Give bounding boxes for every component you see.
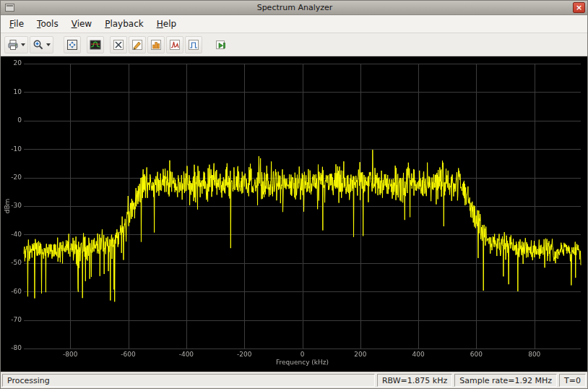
status-processing: Processing bbox=[2, 374, 375, 387]
export-button[interactable] bbox=[4, 36, 28, 54]
zoom-dropdown-caret[interactable] bbox=[46, 43, 51, 46]
spectrum-settings-icon bbox=[90, 39, 101, 51]
step-forward-button[interactable] bbox=[212, 36, 230, 54]
fit-to-view-button[interactable] bbox=[64, 36, 81, 54]
window-icon bbox=[5, 4, 14, 12]
window-title: Spectrum Analyzer bbox=[17, 3, 573, 12]
zoom-button[interactable] bbox=[30, 36, 53, 54]
peak-finder-toggle[interactable] bbox=[129, 36, 146, 54]
menu-file[interactable]: File bbox=[3, 15, 30, 33]
peak-finder-icon bbox=[131, 39, 143, 51]
menu-tools[interactable]: Tools bbox=[30, 15, 65, 33]
status-bar: Processing RBW=1.875 kHz Sample rate=1.9… bbox=[1, 372, 587, 388]
close-button[interactable]: × bbox=[573, 2, 585, 13]
status-time: T=0 bbox=[559, 374, 586, 387]
processing-label: Processing bbox=[7, 376, 50, 385]
export-icon bbox=[7, 39, 19, 51]
spectrum-plot[interactable] bbox=[2, 58, 586, 370]
channel-measurements-icon bbox=[150, 39, 162, 51]
time-label: T=0 bbox=[564, 376, 581, 385]
zoom-in-icon bbox=[33, 39, 44, 51]
menu-bar: File Tools View Playback Help bbox=[1, 15, 587, 33]
spectrum-analyzer-window: Spectrum Analyzer × File Tools View Play… bbox=[0, 0, 588, 389]
plot-area bbox=[1, 56, 587, 372]
spectrum-settings-button[interactable] bbox=[87, 36, 104, 54]
step-forward-icon bbox=[215, 39, 227, 51]
cursor-measurements-toggle[interactable] bbox=[110, 36, 127, 54]
distortion-measurements-toggle[interactable] bbox=[166, 36, 183, 54]
sample-rate-label: Sample rate=1.92 MHz bbox=[459, 376, 552, 385]
menu-view[interactable]: View bbox=[65, 15, 98, 33]
rbw-label: RBW=1.875 kHz bbox=[382, 376, 447, 385]
status-rbw: RBW=1.875 kHz bbox=[377, 374, 452, 387]
menu-help[interactable]: Help bbox=[150, 15, 183, 33]
distortion-measurements-icon bbox=[169, 39, 181, 51]
export-dropdown-caret[interactable] bbox=[21, 43, 25, 46]
status-sample-rate: Sample rate=1.92 MHz bbox=[454, 374, 557, 387]
spectral-mask-icon bbox=[188, 39, 199, 51]
title-bar[interactable]: Spectrum Analyzer × bbox=[1, 1, 587, 15]
toolbar bbox=[1, 33, 587, 56]
fit-to-view-icon bbox=[66, 39, 78, 51]
channel-measurements-toggle[interactable] bbox=[147, 36, 165, 54]
cursor-measurements-icon bbox=[113, 39, 124, 51]
spectral-mask-toggle[interactable] bbox=[185, 36, 202, 54]
menu-playback[interactable]: Playback bbox=[98, 15, 150, 33]
